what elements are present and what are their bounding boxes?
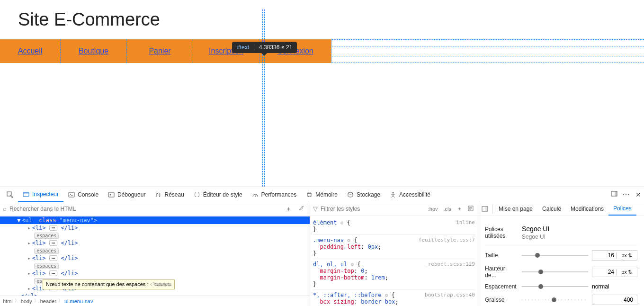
network-icon [155, 191, 161, 198]
dom-node[interactable]: </ul> [0, 292, 310, 296]
tooltip-dims: 4.38336 × 21 [259, 44, 292, 51]
svg-rect-3 [69, 192, 74, 197]
dom-node[interactable]: espaces [0, 247, 310, 254]
element-tooltip: #text 4.38336 × 21 [232, 42, 297, 53]
svg-rect-6 [307, 193, 311, 196]
lineheight-slider[interactable] [522, 269, 588, 275]
spacing-label: Espacement [485, 283, 518, 290]
dom-node[interactable]: espaces [0, 232, 310, 239]
chevron-updown-icon[interactable]: ⇅ [628, 252, 632, 259]
weight-label: Graisse [485, 297, 518, 303]
tab-layout[interactable]: Mise en page [494, 202, 537, 216]
tooltip-tag: #text [237, 44, 249, 51]
nav-item[interactable]: Panier [127, 39, 193, 63]
nav-link[interactable]: Panier [149, 47, 170, 55]
picker-icon [7, 191, 13, 198]
print-sim-icon[interactable] [466, 206, 475, 212]
highlight-guide [262, 9, 263, 196]
svg-point-8 [393, 192, 394, 193]
size-slider[interactable] [522, 252, 588, 259]
console-icon [68, 191, 75, 198]
pick-element-button[interactable] [2, 187, 18, 202]
devtools: Inspecteur Console Débogueur Réseau Édit… [0, 187, 644, 306]
svg-point-7 [348, 192, 353, 194]
tab-storage[interactable]: Stockage [342, 187, 385, 202]
dom-node[interactable]: ▸<li> ⋯ </li> [0, 224, 310, 232]
eyedropper-button[interactable] [296, 205, 307, 213]
accessibility-icon [390, 191, 396, 198]
svg-rect-4 [108, 192, 114, 197]
dock-button-icon[interactable] [611, 190, 617, 198]
tab-performance[interactable]: Performances [247, 187, 302, 202]
nav-item[interactable]: Boutique [61, 39, 127, 63]
fonts-used-label: Polices utilisées [485, 226, 518, 239]
devtools-toolbar: Inspecteur Console Débogueur Réseau Édit… [0, 187, 644, 202]
tab-accessibility[interactable]: Accessibilité [385, 187, 435, 202]
kebab-menu-icon[interactable]: ⋯ [622, 190, 631, 199]
breadcrumb[interactable]: html〉 body〉 header〉 ul.menu-nav [0, 296, 310, 306]
dom-node[interactable]: espaces [0, 262, 310, 270]
inspector-icon [23, 191, 29, 198]
html-search-input[interactable] [9, 206, 281, 212]
tab-computed[interactable]: Calculé [537, 202, 566, 216]
site-title: Site E-Commerce [18, 9, 644, 30]
dom-node-selected[interactable]: ▼<ul class="menu-nav"> [0, 216, 310, 224]
highlight-guide [264, 9, 265, 196]
filter-icon: ▽ [313, 205, 318, 212]
add-rule-button[interactable]: ＋ [456, 205, 464, 212]
lineheight-label: Hauteur de… [485, 265, 518, 279]
size-label: Taille [485, 252, 518, 259]
spacing-slider[interactable] [522, 283, 588, 290]
search-icon: ⌕ [3, 205, 7, 212]
weight-slider[interactable] [522, 297, 588, 303]
tab-fonts[interactable]: Polices [608, 202, 636, 216]
performance-icon [252, 191, 259, 198]
right-panel: Mise en page Calculé Modifications Polic… [478, 202, 644, 306]
svg-rect-13 [485, 207, 488, 211]
memory-icon [306, 191, 313, 198]
css-rule[interactable]: feuillestyle.css:7 .menu-nav ⚙ { padding… [313, 234, 475, 259]
nav-item[interactable]: Accueil [0, 39, 61, 63]
page-preview: Site E-Commerce Accueil Boutique Panier … [0, 9, 644, 196]
dom-node[interactable]: ▸<li> ⋯ </li> [0, 254, 310, 262]
svg-rect-2 [23, 192, 29, 194]
dom-node[interactable]: ▸<li> ⋯ </li> [0, 270, 310, 277]
svg-point-5 [110, 194, 111, 195]
tab-debugger[interactable]: Débogueur [103, 187, 150, 202]
tab-memory[interactable]: Mémoire [301, 187, 342, 202]
tab-console[interactable]: Console [63, 187, 103, 202]
cls-toggle[interactable]: .cls [442, 206, 453, 212]
add-node-button[interactable]: ＋ [284, 205, 294, 213]
tab-inspector[interactable]: Inspecteur [18, 187, 63, 202]
whitespace-tooltip: Nœud texte ne contenant que des espaces … [43, 279, 175, 289]
styles-filter-input[interactable] [321, 206, 424, 212]
nav-row: Accueil Boutique Panier Inscription Conn… [0, 39, 644, 63]
css-rule[interactable]: bootstrap.css:40 *, ::after, ::before ⚙ … [313, 289, 475, 306]
lineheight-input[interactable]: px ⇅ [592, 267, 637, 277]
svg-rect-10 [615, 191, 617, 196]
spacing-value: normal [592, 283, 637, 290]
tab-style-editor[interactable]: Éditeur de style [189, 187, 247, 202]
debugger-icon [108, 191, 115, 198]
close-button-icon[interactable]: ✕ [635, 191, 641, 198]
tab-changes[interactable]: Modifications [566, 202, 608, 216]
nav-link[interactable]: Boutique [79, 47, 108, 55]
layout-panel-icon[interactable] [478, 206, 492, 212]
size-input[interactable]: px ⇅ [592, 250, 637, 261]
chevron-updown-icon[interactable]: ⇅ [628, 269, 632, 275]
css-rule[interactable]: _reboot.scss:129 dl, ol, ul ⚙ { margin-t… [313, 259, 475, 289]
storage-icon [347, 191, 354, 198]
css-rules[interactable]: inline élément ⚙ {} feuillestyle.css:7 .… [310, 216, 478, 306]
styles-panel: ▽ :hov .cls ＋ inline élément ⚙ {} feuill… [310, 202, 478, 306]
hov-toggle[interactable]: :hov [427, 206, 439, 212]
html-panel: ⌕ ＋ ▼<ul class="menu-nav"> ▸<li> ⋯ </li>… [0, 202, 310, 306]
css-rule[interactable]: inline élément ⚙ {} [313, 217, 475, 234]
font-sub: Segoe UI [522, 234, 549, 240]
dom-node[interactable]: ▸<li> ⋯ </li> [0, 239, 310, 247]
font-name: Segoe UI [522, 225, 549, 233]
nav-link[interactable]: Accueil [18, 47, 43, 55]
tab-network[interactable]: Réseau [150, 187, 188, 202]
style-editor-icon [194, 191, 200, 198]
weight-input[interactable] [592, 295, 637, 305]
